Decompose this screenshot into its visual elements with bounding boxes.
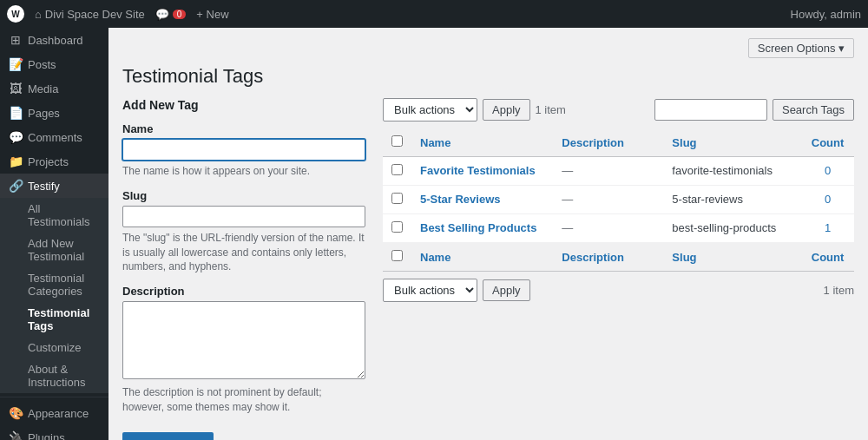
description-label: Description <box>122 285 365 298</box>
sidebar-item-media[interactable]: 🖼 Media <box>0 76 108 101</box>
search-tags-button[interactable]: Search Tags <box>773 99 854 121</box>
col-header-slug[interactable]: Slug <box>663 128 801 157</box>
apply-button-top[interactable]: Apply <box>483 99 530 121</box>
tag-count-0[interactable]: 0 <box>825 164 831 177</box>
add-new-tag-button[interactable]: Add New Tag <box>122 432 214 440</box>
table-header-row: Name Description Slug Count <box>383 128 854 157</box>
tag-name-1[interactable]: 5-Star Reviews <box>420 193 501 206</box>
site-icon: ⌂ <box>35 8 42 21</box>
bulk-actions-select-top[interactable]: Bulk actions <box>383 98 477 121</box>
main-content: Screen Options ▾ Testimonial Tags Add Ne… <box>108 28 868 440</box>
admin-bar-site[interactable]: ⌂ Divi Space Dev Site <box>35 8 145 21</box>
tag-slug-2: best-selling-products <box>672 221 776 234</box>
apply-button-bottom[interactable]: Apply <box>483 279 530 301</box>
col-footer-name[interactable]: Name <box>411 243 553 272</box>
slug-hint: The "slug" is the URL-friendly version o… <box>122 231 365 274</box>
top-toolbar-left: Bulk actions Apply 1 item <box>383 98 566 121</box>
sidebar-item-label: Media <box>28 82 58 95</box>
sidebar-sub-customize[interactable]: Customize <box>0 337 108 358</box>
table-row: Best Selling Products — best-selling-pro… <box>383 214 854 243</box>
col-footer-description[interactable]: Description <box>553 243 663 272</box>
content-wrap: Add New Tag Name The name is how it appe… <box>122 98 854 440</box>
select-all-checkbox-top[interactable] <box>391 135 403 147</box>
sidebar-item-label: Comments <box>28 131 82 144</box>
sidebar-sub-all-testimonials[interactable]: All Testimonials <box>0 198 108 233</box>
comments-icon: 💬 <box>155 8 169 21</box>
tag-desc-1: — <box>562 193 573 206</box>
tag-name-2[interactable]: Best Selling Products <box>420 221 536 234</box>
admin-bar-new[interactable]: + New <box>196 8 228 21</box>
bottom-toolbar: Bulk actions Apply 1 item <box>383 279 854 302</box>
col-footer-slug[interactable]: Slug <box>663 243 801 272</box>
sidebar: ⊞ Dashboard 📝 Posts 🖼 Media 📄 Pages 💬 Co… <box>0 28 108 440</box>
posts-icon: 📝 <box>9 57 23 71</box>
name-label: Name <box>122 122 365 135</box>
description-field: Description The description is not promi… <box>122 285 365 415</box>
sidebar-item-plugins[interactable]: 🔌 Plugins <box>0 425 108 440</box>
search-input[interactable] <box>654 99 767 121</box>
item-count-bottom: 1 item <box>824 284 854 297</box>
page-title: Testimonial Tags <box>122 65 854 88</box>
screen-options-bar: Screen Options ▾ <box>122 38 854 58</box>
admin-bar: W ⌂ Divi Space Dev Site 💬 0 + New Howdy,… <box>0 0 868 28</box>
comments-icon: 💬 <box>9 130 23 144</box>
tag-count-2[interactable]: 1 <box>825 221 831 234</box>
sidebar-item-testify[interactable]: 🔗 Testify <box>0 174 108 198</box>
add-tag-form: Add New Tag Name The name is how it appe… <box>122 98 365 440</box>
tag-count-1[interactable]: 0 <box>825 193 831 206</box>
testify-icon: 🔗 <box>9 179 23 193</box>
item-count-top: 1 item <box>536 103 566 116</box>
appearance-icon: 🎨 <box>9 406 23 420</box>
col-header-description[interactable]: Description <box>553 128 663 157</box>
admin-bar-comments[interactable]: 💬 0 <box>155 8 187 21</box>
bulk-actions-select-bottom[interactable]: Bulk actions <box>383 279 477 302</box>
sidebar-item-label: Dashboard <box>28 34 83 47</box>
sidebar-item-projects[interactable]: 📁 Projects <box>0 149 108 174</box>
table-footer-row: Name Description Slug Count <box>383 243 854 272</box>
tag-slug-0: favorite-testimonials <box>672 164 773 177</box>
sidebar-sub-about-instructions[interactable]: About & Instructions <box>0 358 108 393</box>
name-input[interactable] <box>122 139 365 161</box>
sidebar-item-label: Pages <box>28 107 60 120</box>
sidebar-item-pages[interactable]: 📄 Pages <box>0 101 108 125</box>
tag-desc-0: — <box>562 164 573 177</box>
col-header-cb <box>383 128 411 157</box>
projects-icon: 📁 <box>9 154 23 168</box>
description-input[interactable] <box>122 301 365 379</box>
table-row: 5-Star Reviews — 5-star-reviews 0 <box>383 186 854 214</box>
top-toolbar: Bulk actions Apply 1 item Search Tags <box>383 98 854 121</box>
sidebar-sub-testimonial-categories[interactable]: Testimonial Categories <box>0 267 108 302</box>
sidebar-sub-testimonial-tags[interactable]: Testimonial Tags <box>0 302 108 337</box>
add-tag-title: Add New Tag <box>122 98 365 112</box>
tag-slug-1: 5-star-reviews <box>672 193 743 206</box>
sidebar-item-label: Posts <box>28 58 56 71</box>
tag-name-0[interactable]: Favorite Testimonials <box>420 164 536 177</box>
sidebar-item-appearance[interactable]: 🎨 Appearance <box>0 401 108 425</box>
col-header-name[interactable]: Name <box>411 128 553 157</box>
sidebar-item-posts[interactable]: 📝 Posts <box>0 52 108 76</box>
sidebar-item-dashboard[interactable]: ⊞ Dashboard <box>0 28 108 52</box>
screen-options-button[interactable]: Screen Options ▾ <box>748 38 854 58</box>
wp-logo: W <box>7 5 24 23</box>
dashboard-icon: ⊞ <box>9 33 23 47</box>
tags-table: Name Description Slug Count Favorite Tes… <box>383 128 854 272</box>
admin-bar-howdy: Howdy, admin <box>791 8 861 21</box>
name-hint: The name is how it appears on your site. <box>122 164 365 179</box>
top-toolbar-right: Search Tags <box>654 99 854 121</box>
table-row: Favorite Testimonials — favorite-testimo… <box>383 157 854 186</box>
row-checkbox-1[interactable] <box>391 193 403 204</box>
sidebar-item-comments[interactable]: 💬 Comments <box>0 125 108 149</box>
description-hint: The description is not prominent by defa… <box>122 385 365 415</box>
slug-label: Slug <box>122 189 365 202</box>
col-header-count[interactable]: Count <box>801 128 854 157</box>
select-all-checkbox-bottom[interactable] <box>391 250 403 261</box>
sidebar-item-label: Projects <box>28 155 69 168</box>
row-checkbox-2[interactable] <box>391 221 403 233</box>
sidebar-item-label: Testify <box>28 180 60 193</box>
slug-input[interactable] <box>122 206 365 227</box>
row-checkbox-0[interactable] <box>391 164 403 175</box>
media-icon: 🖼 <box>9 82 23 95</box>
sidebar-sub-add-new-testimonial[interactable]: Add New Testimonial <box>0 233 108 267</box>
plugins-icon: 🔌 <box>9 430 23 440</box>
col-footer-count[interactable]: Count <box>801 243 854 272</box>
